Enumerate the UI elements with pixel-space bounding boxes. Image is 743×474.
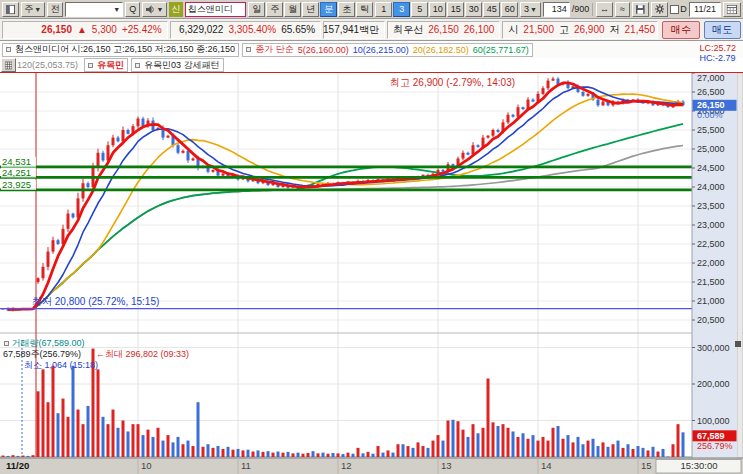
svg-text:100,000: 100,000 (697, 416, 730, 426)
interval-tab-2[interactable]: 5 (411, 2, 428, 17)
svg-text:14: 14 (541, 460, 552, 471)
ohlc-text: 첨스앤미디어 시:26,150 고:26,150 저:26,150 종:26,1… (15, 43, 235, 56)
chart-grid-button[interactable] (1, 58, 16, 72)
volume-max-annotation: ←최대 296,802 (09:33) (96, 348, 189, 361)
save-button[interactable] (632, 2, 649, 17)
interval-tab-0[interactable]: 1 (375, 2, 392, 17)
svg-text:15: 15 (641, 460, 652, 471)
svg-text:15:30:00: 15:30:00 (681, 460, 718, 471)
svg-text:13: 13 (441, 460, 452, 471)
period-tab-4[interactable]: 분 (320, 2, 337, 17)
period-tab-6[interactable]: 틱 (356, 2, 373, 17)
volume-shares: 6,329,022 (179, 24, 224, 35)
trade-value: 157,941백만 (323, 23, 379, 37)
svg-text:26,500: 26,500 (697, 87, 725, 97)
svg-text:23,500: 23,500 (697, 201, 725, 211)
bar-count-input[interactable]: 134 (543, 2, 570, 17)
period-tab-5[interactable]: 초 (338, 2, 355, 17)
svg-text:21,000: 21,000 (697, 296, 725, 306)
price-volume-chart[interactable]: 24,53124,25123,92527,00026,50026,00025,5… (0, 73, 743, 474)
svg-text:27,000: 27,000 (697, 73, 725, 83)
pan-tool-button[interactable]: ↔ (596, 2, 613, 17)
svg-text:24,251: 24,251 (2, 167, 31, 178)
indicator-tab-bar: 120(25,053.75) 유목민 유목민03 강세패턴 (0, 58, 743, 73)
interval-tab-7[interactable]: 60 (501, 2, 518, 17)
svg-text:10: 10 (141, 460, 152, 471)
chart-legend-bar: 첨스앤미디어 시:26,150 고:26,150 저:26,150 종:26,1… (0, 41, 743, 58)
ma20-label: 20(26,182.50) (413, 45, 469, 55)
period-tab-3[interactable]: 년 (302, 2, 319, 17)
current-price: 26,150 (41, 24, 72, 35)
stock-search-input[interactable]: ▼ (65, 2, 123, 17)
grid-icon (5, 61, 12, 70)
period-preset-combo[interactable]: 주▼ (21, 2, 45, 17)
interval-tab-4[interactable]: 15 (447, 2, 464, 17)
turnover-pct: 65.65% (281, 24, 315, 35)
ma120-label: 120(25,053.75) (17, 60, 78, 70)
current-price-cell: 26,150 ▲ 5,300 +25.42% (2, 21, 168, 39)
price-change: 5,300 (92, 24, 117, 35)
collapse-icon[interactable] (6, 47, 11, 52)
chart-area[interactable]: 24,53124,25123,92527,00026,50026,00025,5… (0, 73, 743, 474)
collapse-icon[interactable] (4, 341, 9, 346)
up-arrow-icon: ▲ (77, 24, 87, 35)
interval-tab-group: 1351015304560 (375, 2, 518, 17)
interval-tab-5[interactable]: 30 (465, 2, 482, 17)
interval-tab-3[interactable]: 10 (429, 2, 446, 17)
svg-text:11/20: 11/20 (6, 460, 29, 471)
indicator-tab-2[interactable]: 유목민03 강세패턴 (131, 58, 224, 72)
svg-text:200,000: 200,000 (697, 379, 730, 389)
gear-icon (655, 4, 665, 14)
svg-text:21,500: 21,500 (697, 277, 725, 287)
chevron-down-icon: ▼ (156, 6, 163, 13)
period-tab-1[interactable]: 주 (266, 2, 283, 17)
low-value: 21,450 (625, 24, 656, 35)
buy-button[interactable]: 매수 (662, 21, 699, 39)
divider (592, 3, 593, 16)
svg-text:256.79%: 256.79% (697, 441, 733, 451)
crosshair-tool-button[interactable]: ≈ (615, 2, 630, 17)
prev-stock-button[interactable]: 전 (47, 2, 64, 17)
lc-value: LC:25.72 (699, 43, 736, 53)
low-label: 저 (610, 23, 620, 37)
indicator-tab-2-label: 유목민03 강세패턴 (144, 59, 220, 72)
date-input[interactable]: 11/21 (689, 2, 722, 17)
calendar-button[interactable] (723, 2, 741, 17)
low-annotation: 최저 20,800 (25.72%, 15:15) (32, 295, 159, 309)
stock-name-display[interactable]: 칩스앤미디 (185, 2, 247, 17)
svg-text:26,150: 26,150 (697, 100, 725, 110)
calendar-icon (727, 5, 737, 14)
svg-text:300,000: 300,000 (697, 343, 730, 353)
checkbox[interactable] (670, 5, 679, 14)
volume-cell: 6,329,022 3,305.40% 65.65% (170, 21, 322, 39)
collapse-icon[interactable] (88, 63, 93, 68)
period-tab-2[interactable]: 월 (284, 2, 301, 17)
high-label: 고 (559, 23, 569, 37)
interval-combo[interactable]: 3▼ (520, 2, 540, 17)
ohlc-legend[interactable]: 첨스앤미디어 시:26,150 고:26,150 저:26,150 종:26,1… (2, 43, 239, 57)
indicator-tab-1-label: 유목민 (97, 59, 124, 72)
open-label: 시 (508, 23, 518, 37)
best-bid: 26,100 (464, 24, 495, 35)
svg-text:22,500: 22,500 (697, 239, 725, 249)
chevron-down-icon: ▼ (34, 6, 41, 13)
ma5-label: 5(26,160.00) (298, 45, 349, 55)
interval-tab-6[interactable]: 45 (483, 2, 500, 17)
sound-button[interactable]: ▼ (142, 2, 167, 17)
search-button[interactable]: Q (125, 2, 140, 17)
ma-legend[interactable]: 종가 단순 5(26,160.00) 10(26,215.00) 20(26,1… (242, 43, 533, 57)
settings-button[interactable] (651, 2, 669, 17)
collapse-icon[interactable] (246, 47, 251, 52)
collapse-icon[interactable] (135, 63, 140, 68)
pin-icon[interactable] (2, 2, 19, 17)
sell-button[interactable]: 매도 (704, 21, 741, 39)
indicator-tab-1[interactable]: 유목민 (84, 58, 128, 72)
svg-text:23,000: 23,000 (697, 220, 725, 230)
checkbox-label: D (680, 4, 687, 14)
daily-checkbox-group[interactable]: D (670, 4, 687, 14)
interval-tab-1[interactable]: 3 (393, 2, 410, 17)
ma60-label: 60(25,771.67) (473, 45, 529, 55)
ma10-label: 10(26,215.00) (353, 45, 409, 55)
volume-pct: 3,305.40% (228, 24, 276, 35)
period-tab-0[interactable]: 일 (248, 2, 265, 17)
